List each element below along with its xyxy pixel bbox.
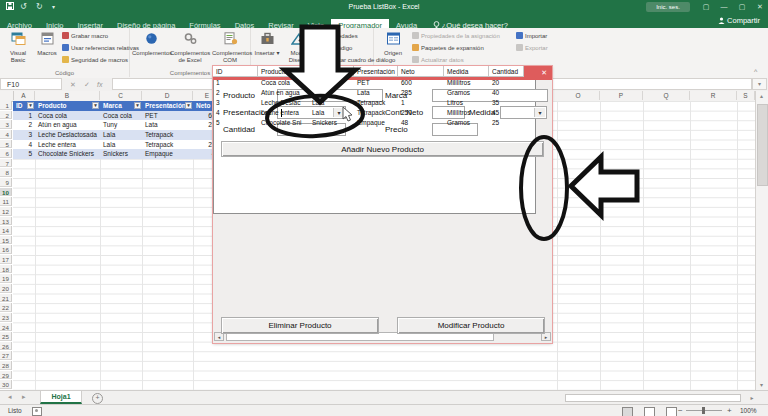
ribbon-button-propiedades[interactable]: Propiedades — [315, 31, 358, 42]
zoom-out-icon[interactable]: − — [678, 405, 683, 416]
row-header-3[interactable]: 3 — [0, 120, 12, 129]
table-cell[interactable]: Leche Deslactosada — [35, 130, 100, 140]
listbox-cell[interactable]: Chocolate Sni — [258, 118, 309, 128]
table-cell[interactable]: Lala — [100, 130, 142, 140]
listbox-cell[interactable]: 35 — [489, 98, 524, 108]
complementos-com-button[interactable]: Complementos COM — [212, 30, 248, 68]
listbox-cell[interactable]: Snickers — [309, 118, 354, 128]
table-cell[interactable]: Snickers — [100, 149, 142, 159]
listbox-cell[interactable]: 2 — [213, 88, 258, 98]
row-header-17[interactable]: 17 — [0, 255, 12, 264]
listbox-cell[interactable]: 250 — [398, 108, 444, 118]
minimize-button[interactable]: — — [716, 0, 732, 14]
listbox-cell[interactable]: Gramos — [444, 118, 489, 128]
table-cell[interactable]: Leche entera — [35, 140, 100, 150]
row-header-23[interactable]: 23 — [0, 313, 12, 322]
table-cell[interactable]: 4 — [13, 140, 35, 150]
insertar-control-button[interactable]: Insertar ▾ — [253, 30, 281, 68]
listbox-cell[interactable]: 25 — [489, 118, 524, 128]
scroll-right-icon[interactable]: ▸ — [745, 394, 759, 402]
ribbon-button-paquetes-de-expansión[interactable]: Paquetes de expansión — [412, 43, 484, 54]
column-header-A[interactable]: A — [13, 91, 35, 100]
row-header-10[interactable]: 10 — [0, 188, 12, 197]
table-cell[interactable]: 3 — [13, 130, 35, 140]
row-header-9[interactable]: 9 — [0, 178, 12, 187]
restore-button[interactable]: ▢ — [734, 0, 750, 14]
listbox-cell[interactable]: 285 — [398, 88, 444, 98]
zoom-level[interactable]: 100% — [740, 405, 757, 416]
listbox-cell[interactable]: Mililitros — [444, 108, 489, 118]
cancel-entry-icon[interactable]: ✕ — [70, 78, 76, 91]
listbox-cell[interactable]: Coca cola — [309, 78, 354, 88]
sign-in-button[interactable]: Inic. ses. — [646, 2, 690, 12]
modify-product-button[interactable]: Modificar Producto — [397, 317, 545, 334]
view-normal-icon[interactable] — [622, 407, 633, 416]
view-page-layout-icon[interactable] — [644, 407, 655, 416]
complementos-excel-button[interactable]: Complementos de Excel — [170, 30, 210, 68]
product-listbox[interactable]: IDProductoMarcaPresentaciónNetoMedidaCan… — [213, 66, 536, 214]
next-sheet-icon[interactable]: ▸ — [22, 393, 26, 401]
collapse-ribbon-icon[interactable]: ^ — [754, 68, 757, 75]
row-header-11[interactable]: 11 — [0, 197, 12, 206]
share-button[interactable]: Compartir — [718, 14, 760, 28]
zoom-in-icon[interactable]: + — [727, 405, 732, 416]
modo-diseno-button[interactable]: Modo Diseño — [283, 30, 313, 68]
row-header-19[interactable]: 19 — [0, 274, 12, 283]
listbox-cell[interactable]: Empaque — [354, 118, 398, 128]
ribbon-button-grabar-macro[interactable]: Grabar macro — [62, 31, 108, 42]
confirm-entry-icon[interactable]: ✓ — [84, 78, 90, 91]
row-header-25[interactable]: 25 — [0, 332, 12, 341]
add-product-button[interactable]: Añadir Nuevo Producto — [221, 141, 544, 157]
table-cell[interactable]: Lata — [142, 120, 193, 130]
ribbon-button-importar[interactable]: Importar — [516, 31, 547, 42]
listbox-cell[interactable]: Lala — [309, 108, 354, 118]
select-all-corner[interactable] — [0, 91, 14, 100]
table-cell[interactable]: 2 — [13, 120, 35, 130]
ribbon-button-propiedades-de-la-asignación[interactable]: Propiedades de la asignación — [412, 31, 500, 42]
listbox-cell[interactable]: 5 — [213, 118, 258, 128]
table-cell[interactable]: Coca cola — [35, 111, 100, 121]
row-header-29[interactable]: 29 — [0, 371, 12, 380]
origen-button[interactable]: Origen — [378, 30, 408, 68]
row-header-13[interactable]: 13 — [0, 217, 12, 226]
column-header-Q[interactable]: Q — [643, 91, 690, 100]
name-box[interactable]: F10 — [0, 78, 62, 90]
row-header-15[interactable]: 15 — [0, 236, 12, 245]
row-header-4[interactable]: 4 — [0, 130, 12, 139]
row-header-6[interactable]: 6 — [0, 149, 12, 158]
table-cell[interactable]: Tetrapack — [142, 140, 193, 150]
filter-dropdown-icon[interactable]: ▾ — [92, 102, 99, 109]
row-header-16[interactable]: 16 — [0, 245, 12, 254]
filter-dropdown-icon[interactable]: ▾ — [185, 102, 192, 109]
column-header-B[interactable]: B — [35, 91, 100, 100]
horizontal-scrollbar[interactable] — [565, 394, 741, 402]
row-header-24[interactable]: 24 — [0, 323, 12, 332]
listbox-cell[interactable]: 4 — [213, 108, 258, 118]
combo-dropdown-icon[interactable]: ▾ — [534, 108, 545, 117]
table-cell[interactable]: Chocolate Snickers — [35, 149, 100, 159]
table-cell[interactable]: 1 — [13, 111, 35, 121]
table-cell[interactable]: Atún en agua — [35, 120, 100, 130]
complementos-button[interactable]: Complementos — [132, 30, 170, 68]
table-cell[interactable]: Tetrapack — [142, 130, 193, 140]
row-header-22[interactable]: 22 — [0, 303, 12, 312]
listbox-cell[interactable]: Lata — [354, 88, 398, 98]
listbox-cell[interactable]: Tetrapack — [354, 98, 398, 108]
row-header-8[interactable]: 8 — [0, 168, 12, 177]
view-page-break-icon[interactable] — [666, 407, 677, 416]
table-cell[interactable]: Coca cola — [100, 111, 142, 121]
row-header-28[interactable]: 28 — [0, 361, 12, 370]
macro-record-icon[interactable] — [32, 407, 42, 416]
listbox-cell[interactable]: 20 — [489, 78, 524, 88]
new-sheet-button[interactable]: + — [92, 393, 103, 404]
row-header-2[interactable]: 2 — [0, 111, 12, 120]
delete-product-button[interactable]: Eliminar Producto — [221, 317, 379, 334]
listbox-cell[interactable]: Litros — [444, 98, 489, 108]
row-header-12[interactable]: 12 — [0, 207, 12, 216]
scroll-down-icon[interactable]: ▾ — [755, 380, 768, 390]
listbox-cell[interactable]: Tuny — [309, 88, 354, 98]
listbox-cell[interactable]: PET — [354, 78, 398, 88]
table-cell[interactable]: PET — [142, 111, 193, 121]
row-header-30[interactable]: 30 — [0, 380, 12, 389]
column-header-C[interactable]: C — [100, 91, 142, 100]
